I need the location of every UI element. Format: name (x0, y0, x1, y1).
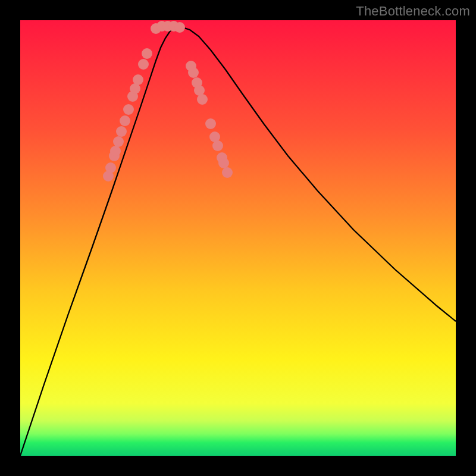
data-point (116, 126, 127, 137)
data-point (105, 162, 116, 173)
bottleneck-curve (20, 27, 456, 456)
data-point (222, 167, 233, 178)
curve-svg (20, 20, 456, 456)
highlighted-dots (103, 21, 233, 181)
data-point (120, 115, 130, 126)
data-point (212, 140, 223, 151)
chart-frame: TheBottleneck.com (0, 0, 476, 476)
data-point (138, 59, 149, 70)
data-point (133, 74, 143, 85)
data-point (188, 67, 199, 78)
data-point (113, 136, 124, 147)
data-point (123, 104, 134, 115)
data-point (110, 146, 121, 156)
data-point (174, 22, 185, 33)
data-point (197, 94, 208, 105)
data-point (205, 118, 216, 129)
data-point (218, 158, 229, 168)
data-point (142, 48, 152, 59)
watermark-text: TheBottleneck.com (356, 4, 470, 19)
plot-area (20, 20, 456, 456)
